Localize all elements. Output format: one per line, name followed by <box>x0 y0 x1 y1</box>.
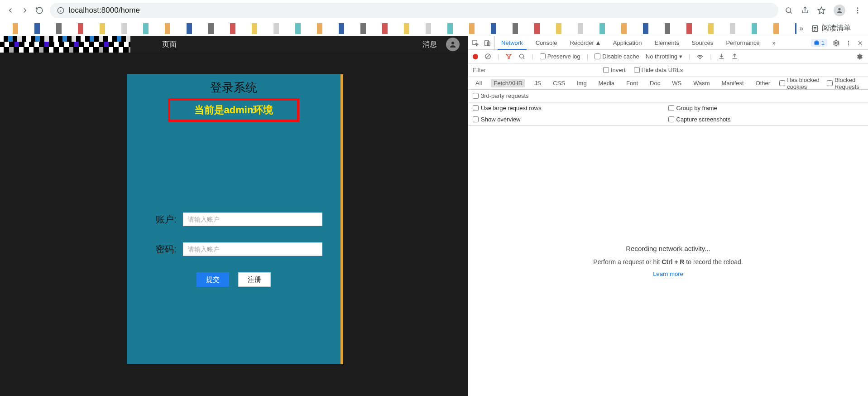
blocked-requests-checkbox[interactable]: Blocked Requests <box>827 77 863 90</box>
learn-more-link[interactable]: Learn more <box>653 270 683 277</box>
svg-point-9 <box>857 10 858 11</box>
filter-input[interactable] <box>473 66 595 75</box>
svg-line-4 <box>790 12 792 14</box>
type-img[interactable]: Img <box>574 79 590 87</box>
type-font[interactable]: Font <box>623 79 641 87</box>
issues-count: 1 <box>821 39 825 46</box>
nav-back-icon[interactable] <box>6 6 14 14</box>
throttling-select[interactable]: No throttling ▾ <box>646 53 682 60</box>
password-row: 密码: <box>145 242 322 256</box>
capture-screenshots-checkbox[interactable]: Capture screenshots <box>668 116 864 123</box>
tab-recorder[interactable]: Recorder <box>563 36 606 49</box>
devtools-right-controls: 1 <box>806 36 868 49</box>
zoom-icon[interactable] <box>785 6 793 14</box>
type-css[interactable]: CSS <box>550 79 568 87</box>
app-nav-tab[interactable]: 页面 <box>162 40 177 49</box>
svg-rect-17 <box>485 40 489 46</box>
svg-point-31 <box>520 54 524 58</box>
type-fetch[interactable]: Fetch/XHR <box>491 79 525 87</box>
reading-list-button[interactable]: 阅读清单 <box>806 24 855 33</box>
device-toggle-icon[interactable] <box>484 39 491 47</box>
tab-elements[interactable]: Elements <box>648 36 685 49</box>
password-input[interactable] <box>183 242 322 256</box>
button-row: 提交 注册 <box>145 272 322 287</box>
svg-point-15 <box>451 42 454 44</box>
url-text: localhost:8000/home <box>69 6 140 15</box>
reload-icon[interactable] <box>35 6 43 14</box>
site-info-icon[interactable] <box>57 7 64 14</box>
svg-marker-19 <box>596 41 600 44</box>
reading-list-label: 阅读清单 <box>822 24 851 33</box>
issues-badge[interactable]: 1 <box>811 39 827 47</box>
export-har-icon[interactable] <box>731 53 738 60</box>
app-top-nav: 页面 消息 <box>0 36 468 53</box>
type-all[interactable]: All <box>473 79 484 87</box>
clear-icon[interactable] <box>484 53 491 60</box>
large-rows-checkbox[interactable]: Use large request rows <box>473 105 668 111</box>
svg-point-33 <box>700 58 700 59</box>
blocked-cookies-checkbox[interactable]: Has blocked cookies <box>779 77 820 90</box>
address-bar[interactable]: localhost:8000/home <box>50 3 778 18</box>
search-icon[interactable] <box>518 53 525 60</box>
type-media[interactable]: Media <box>596 79 617 87</box>
tab-application[interactable]: Application <box>607 36 648 49</box>
account-row: 账户: <box>145 212 322 226</box>
filter-funnel-icon[interactable] <box>505 53 512 60</box>
invert-checkbox[interactable]: Invert <box>603 67 626 73</box>
tab-performance[interactable]: Performance <box>719 36 766 49</box>
tabs-overflow-icon[interactable]: » <box>766 36 782 49</box>
settings-gear-icon[interactable] <box>833 39 840 47</box>
preview-badge-icon <box>596 41 600 45</box>
devtools-panel: Network Console Recorder Application Ele… <box>468 36 868 396</box>
login-title: 登录系统 <box>127 74 340 96</box>
disable-cache-checkbox[interactable]: Disable cache <box>595 53 639 60</box>
app-nav-messages[interactable]: 消息 <box>422 40 437 49</box>
kebab-menu-icon[interactable] <box>854 6 862 14</box>
account-label: 账户: <box>145 213 177 226</box>
svg-rect-16 <box>473 40 477 44</box>
svg-point-8 <box>857 7 858 9</box>
env-banner: 当前是admin环境 <box>168 98 299 122</box>
account-input[interactable] <box>183 212 322 226</box>
hide-data-urls-checkbox[interactable]: Hide data URLs <box>634 67 683 73</box>
third-party-checkbox[interactable]: 3rd-party requests <box>473 92 529 99</box>
bookmarks-overflow-icon[interactable]: » <box>796 24 806 33</box>
record-icon[interactable] <box>473 54 478 59</box>
group-frame-checkbox[interactable]: Group by frame <box>668 105 864 111</box>
inspect-icon[interactable] <box>472 39 479 47</box>
type-manifest[interactable]: Manifest <box>719 79 746 87</box>
tab-sources[interactable]: Sources <box>686 36 720 49</box>
tab-network[interactable]: Network <box>495 36 529 49</box>
register-button[interactable]: 注册 <box>238 272 271 287</box>
network-type-row: All Fetch/XHR JS CSS Img Media Font Doc … <box>468 77 868 90</box>
svg-marker-6 <box>818 7 825 14</box>
network-conditions-icon[interactable] <box>696 53 704 60</box>
app-body: 登录系统 当前是admin环境 账户: 密码: 提交 注册 <box>0 53 468 396</box>
type-wasm[interactable]: Wasm <box>691 79 712 87</box>
bookmarks-bar: » 阅读清单 <box>0 21 868 36</box>
devtools-kebab-icon[interactable] <box>845 40 852 46</box>
import-har-icon[interactable] <box>718 53 725 60</box>
submit-button[interactable]: 提交 <box>197 272 229 287</box>
star-icon[interactable] <box>817 6 825 14</box>
svg-marker-30 <box>506 54 511 59</box>
tab-console[interactable]: Console <box>529 36 564 49</box>
profile-avatar-icon[interactable] <box>834 5 845 16</box>
type-doc[interactable]: Doc <box>647 79 663 87</box>
devtools-tabs: Network Console Recorder Application Ele… <box>468 36 868 50</box>
type-other[interactable]: Other <box>753 79 773 87</box>
type-ws[interactable]: WS <box>669 79 684 87</box>
network-placeholder: Recording network activity... Perform a … <box>593 242 743 280</box>
toolbar-right <box>785 5 862 16</box>
devtools-close-icon[interactable] <box>857 40 863 46</box>
svg-line-32 <box>523 58 524 59</box>
type-js[interactable]: JS <box>532 79 544 87</box>
network-settings-gear-icon[interactable] <box>856 53 863 60</box>
app-avatar-icon[interactable] <box>446 38 460 51</box>
bookmarks-abstract[interactable] <box>13 23 796 34</box>
svg-rect-20 <box>814 41 819 45</box>
show-overview-checkbox[interactable]: Show overview <box>473 116 668 123</box>
preserve-log-checkbox[interactable]: Preserve log <box>540 53 580 60</box>
share-icon[interactable] <box>801 6 809 14</box>
nav-forward-icon[interactable] <box>21 6 29 14</box>
